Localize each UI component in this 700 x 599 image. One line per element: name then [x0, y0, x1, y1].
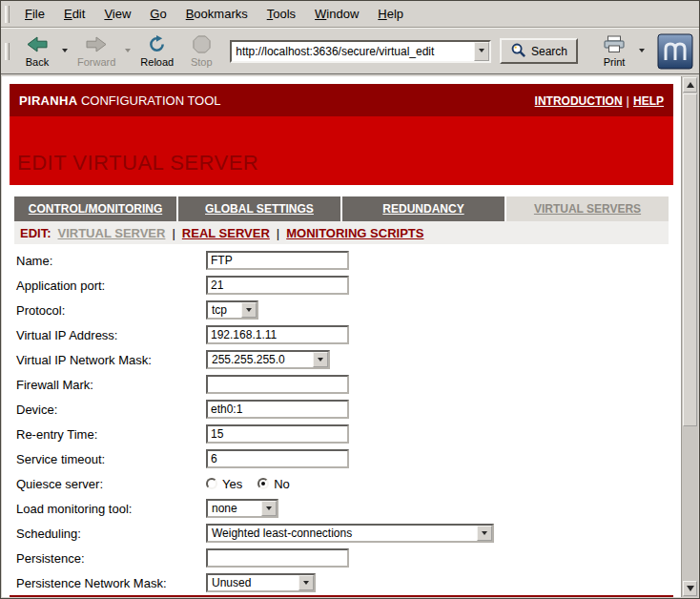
monitoring-scripts-link[interactable]: MONITORING SCRIPTS — [286, 226, 423, 240]
menu-file[interactable]: File — [16, 3, 53, 25]
edit-prefix-label: EDIT: — [20, 226, 51, 240]
toolbar-grippy[interactable] — [5, 43, 10, 60]
load-monitoring-select[interactable]: none — [206, 499, 278, 518]
tab-redundancy[interactable]: REDUNDANCY — [342, 196, 504, 221]
form-row: Virtual IP Network Mask: 255.255.255.0 — [10, 347, 673, 372]
menu-tools[interactable]: Tools — [258, 3, 304, 25]
scheduling-select[interactable]: Weighted least-connections — [206, 524, 494, 543]
radio-circle-icon — [206, 478, 217, 489]
forward-icon — [84, 35, 109, 55]
field-label: Service timeout: — [16, 452, 206, 466]
page-footer-bar — [10, 595, 673, 597]
reload-icon — [147, 35, 167, 55]
field-label: Quiesce server: — [16, 477, 206, 491]
select-value: 255.255.255.0 — [208, 353, 313, 366]
introduction-link[interactable]: INTRODUCTION — [535, 94, 623, 108]
device-input[interactable] — [206, 400, 349, 419]
browser-window: File Edit View Go Bookmarks Tools Window… — [0, 0, 700, 599]
vertical-scrollbar[interactable] — [681, 76, 698, 597]
field-label: Firewall Mark: — [16, 378, 206, 392]
persistence-input[interactable] — [206, 548, 349, 568]
menu-window[interactable]: Window — [306, 3, 367, 25]
subnav-separator: | — [277, 226, 279, 240]
form-row: Device: — [10, 397, 673, 422]
arrow-up-icon — [687, 78, 694, 88]
field-label: Device: — [16, 403, 206, 417]
persistence-netmask-select[interactable]: Unused — [206, 573, 316, 592]
chevron-down-icon — [125, 49, 131, 55]
print-label: Print — [604, 56, 626, 68]
scroll-down-button[interactable] — [683, 581, 697, 596]
service-timeout-input[interactable] — [206, 449, 349, 468]
brand-rest: CONFIGURATION TOOL — [77, 93, 220, 108]
url-history-dropdown[interactable] — [474, 42, 489, 61]
form-row: Virtual IP Address: — [10, 322, 673, 347]
stop-icon — [193, 35, 211, 55]
reload-button[interactable]: Reload — [135, 31, 178, 72]
menu-view[interactable]: View — [95, 3, 139, 25]
protocol-select[interactable]: tcp — [206, 300, 258, 320]
toolbar-grippy[interactable] — [5, 6, 10, 23]
chevron-down-icon — [479, 49, 484, 55]
name-input[interactable] — [206, 251, 349, 270]
dropdown-arrow-icon — [299, 575, 314, 590]
stop-button[interactable]: Stop — [181, 31, 221, 72]
menu-edit[interactable]: Edit — [55, 3, 93, 25]
quiesce-yes-radio[interactable]: Yes — [206, 477, 242, 491]
reload-label: Reload — [140, 56, 174, 68]
virtual-server-form: Name: Application port: Protocol: tcp Vi… — [10, 248, 673, 595]
tab-virtual-servers[interactable]: VIRTUAL SERVERS — [506, 196, 669, 221]
arrow-down-icon — [687, 586, 694, 595]
piranha-header-bar: PIRANHA CONFIGURATION TOOL INTRODUCTION|… — [10, 84, 673, 116]
field-label: Persistence Network Mask: — [16, 576, 206, 590]
field-label: Load monitoring tool: — [16, 502, 206, 516]
dropdown-arrow-icon — [261, 501, 277, 516]
tab-global-settings[interactable]: GLOBAL SETTINGS — [178, 196, 340, 221]
form-row: Persistence Network Mask: Unused — [10, 570, 673, 595]
form-row: Persistence: — [10, 546, 673, 570]
help-link[interactable]: HELP — [633, 94, 664, 108]
mozilla-logo-throbber[interactable] — [657, 33, 693, 70]
real-server-link[interactable]: REAL SERVER — [182, 226, 270, 240]
print-icon — [603, 35, 626, 55]
select-value: none — [208, 502, 261, 515]
quiesce-no-radio[interactable]: No — [257, 477, 290, 491]
firewall-mark-input[interactable] — [206, 375, 349, 394]
scrollbar-thumb[interactable] — [683, 93, 697, 426]
tab-control-monitoring[interactable]: CONTROL/MONITORING — [14, 196, 176, 221]
menu-bookmarks[interactable]: Bookmarks — [177, 3, 257, 25]
stop-label: Stop — [191, 56, 213, 68]
select-value: tcp — [208, 303, 241, 317]
virtual-server-link[interactable]: VIRTUAL SERVER — [58, 226, 166, 240]
vip-netmask-select[interactable]: 255.255.255.0 — [206, 350, 330, 369]
reentry-time-input[interactable] — [206, 424, 349, 444]
header-links: INTRODUCTION|HELP — [535, 93, 664, 108]
virtual-ip-input[interactable] — [206, 325, 349, 344]
menu-bar: File Edit View Go Bookmarks Tools Window… — [1, 1, 699, 28]
menu-go[interactable]: Go — [141, 3, 175, 25]
menu-help[interactable]: Help — [369, 3, 412, 25]
navigation-toolbar: Back Forward Reload Stop — [1, 28, 699, 74]
form-row: Scheduling: Weighted least-connections — [10, 521, 673, 546]
print-dropdown-button[interactable] — [637, 31, 647, 72]
search-button[interactable]: Search — [500, 38, 578, 64]
form-row: Protocol: tcp — [10, 298, 673, 322]
back-button[interactable]: Back — [17, 31, 57, 72]
scroll-up-button[interactable] — [683, 77, 697, 93]
forward-button[interactable]: Forward — [72, 31, 120, 72]
subnav-separator: | — [172, 226, 175, 240]
forward-dropdown-button[interactable] — [123, 31, 133, 72]
back-dropdown-button[interactable] — [60, 31, 70, 72]
print-button[interactable]: Print — [594, 31, 634, 72]
page-title: EDIT VIRTUAL SERVER — [10, 151, 258, 185]
back-label: Back — [26, 56, 49, 68]
red-banner: EDIT VIRTUAL SERVER — [10, 116, 673, 185]
form-row: Application port: — [10, 273, 673, 298]
select-value: Unused — [208, 576, 299, 589]
url-input[interactable] — [232, 43, 474, 60]
application-port-input[interactable] — [206, 276, 349, 295]
form-row: Load monitoring tool: none — [10, 496, 673, 521]
brand-strong: PIRANHA — [19, 93, 77, 108]
field-label: Re-entry Time: — [16, 427, 206, 442]
form-row: Quiesce server: Yes No — [10, 471, 673, 496]
